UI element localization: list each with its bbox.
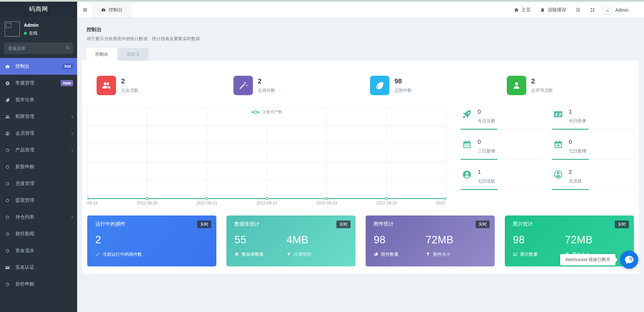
- sidebar-item-permission[interactable]: 权限管理‹: [0, 108, 77, 125]
- sidebar-item-real-name[interactable]: 实名认证: [0, 259, 77, 276]
- card-title: 数据库统计: [234, 221, 347, 227]
- tab-custom[interactable]: 自定义: [118, 48, 149, 61]
- quick-stat-label: 今日登录: [569, 118, 586, 124]
- sidebar-item-general[interactable]: 常规管理new: [0, 75, 77, 91]
- metric-0: 98附件数量: [374, 234, 426, 257]
- stat-label: 总插件数: [258, 87, 275, 93]
- sidebar-item-label: 新股申购: [15, 164, 73, 170]
- sidebar-item-product[interactable]: 产品管理‹: [0, 142, 77, 159]
- card-title: 附件统计: [374, 221, 487, 227]
- realtime-badge: 实时: [197, 221, 211, 228]
- metric-value: 2: [95, 234, 208, 246]
- circle-o-icon: [5, 148, 13, 153]
- avatar[interactable]: [5, 21, 20, 37]
- menu-badge: new: [61, 80, 73, 86]
- tab-dashboard[interactable]: 控制台: [87, 48, 117, 61]
- quick-stat-underline: [552, 189, 634, 190]
- search-icon[interactable]: [65, 45, 70, 50]
- navbar-avatar[interactable]: [603, 5, 612, 14]
- leaf-icon: [370, 76, 389, 95]
- chevron-left-icon: ‹: [71, 147, 73, 153]
- sidebar-item-dashboard[interactable]: 控制台hot: [0, 58, 77, 75]
- quick-stat-top: 2月活跃: [552, 169, 634, 184]
- stat-text: 98总附件数: [394, 77, 412, 93]
- stat-total-admins: 2总管理员数: [497, 76, 634, 95]
- chart-plot: 注册用户数: [87, 107, 446, 199]
- quick-stat-label: 七日新增: [569, 148, 586, 154]
- quick-stat-today-login: 1今日登录: [552, 109, 634, 130]
- stat-label: 总会员数: [121, 87, 139, 93]
- quick-stat-label: 今日注册: [478, 118, 495, 124]
- navbar-right: 主页清除缓存Admin: [509, 2, 644, 18]
- user-icon: [507, 76, 526, 95]
- chart-legend[interactable]: 注册用户数: [250, 109, 284, 115]
- line-marker-icon: [251, 112, 260, 113]
- sidebar-item-finance-news[interactable]: 财经新闻: [0, 226, 77, 242]
- calendar-plus-icon: [552, 139, 565, 154]
- stat-text: 2总插件数: [258, 77, 275, 93]
- sidebar-item-ipo[interactable]: 新股申购: [0, 159, 77, 175]
- metric-label: 当前运行中的插件数: [95, 251, 208, 257]
- user-circle-outline-icon: [552, 169, 565, 184]
- navbar-user-name[interactable]: Admin: [612, 7, 633, 13]
- metric-0: 55数据表数量: [234, 234, 286, 257]
- realtime-badge: 实时: [336, 221, 351, 228]
- sidebar-item-member[interactable]: 会员管理‹: [0, 125, 77, 142]
- metric-label: 占用空间: [286, 251, 338, 257]
- metric-label-text: 图片数量: [520, 251, 538, 257]
- sidebar-user-name: Admin: [24, 22, 39, 28]
- sidebar-item-label: 提现管理: [15, 197, 73, 203]
- sidebar-item-label: 充值管理: [15, 181, 73, 187]
- sidebar-item-label: 控制台: [15, 63, 62, 69]
- metric-value: 72MB: [565, 234, 617, 246]
- quick-stats-grid: 0今日注册1今日登录0三日新增0七日新增1七日活跃2月活跃: [461, 107, 634, 207]
- sidebar-item-label: 产品管理: [15, 147, 71, 153]
- online-dot-icon: [24, 32, 27, 35]
- nav-language[interactable]: [571, 2, 585, 18]
- sidebar-item-recharge[interactable]: 充值管理: [0, 175, 77, 192]
- metric-label: 图片数量: [513, 251, 565, 257]
- nav-fullscreen[interactable]: [585, 2, 600, 18]
- stat-value: 98: [394, 77, 412, 85]
- quick-stat-top: 0七日新增: [552, 139, 634, 154]
- rocket-icon: [461, 109, 473, 124]
- chat-button[interactable]: [620, 251, 638, 269]
- register-users-chart: 注册用户数 2022-09-192022-09-202022-09-212022…: [87, 107, 446, 207]
- sidebar: 码商网 Admin 在线 控制台hot常规管理new股市分类权限管理‹会员管理‹…: [0, 2, 77, 312]
- nav-tab-dashboard[interactable]: 控制台: [93, 2, 131, 18]
- card-database-stats: 数据库统计实时55数据表数量4MB占用空间: [226, 215, 356, 266]
- copy-icon: [374, 252, 378, 257]
- legend-label: 注册用户数: [262, 109, 282, 115]
- nav-home[interactable]: 主页: [509, 2, 535, 18]
- x-axis-label: 2022-09-19: [87, 201, 98, 205]
- card-title: 运行中的插件: [95, 221, 208, 227]
- quick-stat-top: 0今日注册: [461, 109, 543, 124]
- quick-stat-value: 0: [478, 139, 495, 145]
- sidebar-item-stock-category[interactable]: 股市分类: [0, 91, 77, 108]
- id-card-icon: [552, 109, 565, 124]
- card-running-plugins: 运行中的插件实时2当前运行中的插件数: [87, 215, 216, 266]
- metric-label-text: 占用空间: [294, 251, 311, 257]
- sidebar-item-withdraw[interactable]: 提现管理: [0, 192, 77, 209]
- chevron-left-icon: ‹: [71, 114, 73, 119]
- quick-stat-month-active: 2月活跃: [552, 169, 634, 190]
- gauge-icon: [5, 64, 13, 69]
- quick-stat-value: 1: [569, 109, 586, 115]
- search-input[interactable]: [4, 43, 73, 54]
- wand-icon: [95, 252, 100, 257]
- sidebar-item-label: 权限管理: [15, 114, 71, 120]
- quick-stat-underline: [552, 129, 634, 130]
- sidebar-item-position[interactable]: 持仓列表‹: [0, 209, 77, 226]
- quick-stat-text: 1七日活跃: [478, 169, 495, 184]
- content-area: 控制台 用于展示当前系统中的统计数据、统计报表及重要实时数据 控制台自定义 2总…: [77, 18, 644, 312]
- websocket-tooltip: WebSocket 链接已断开: [560, 254, 615, 265]
- hamburger-menu-icon[interactable]: [77, 2, 93, 18]
- sidebar-item-discount-ipo[interactable]: 折价申购: [0, 276, 77, 293]
- chevron-left-icon: ‹: [71, 214, 73, 220]
- quick-stat-underline: [461, 189, 543, 190]
- metric-value: 98: [374, 234, 426, 246]
- quick-stat-underline: [461, 159, 543, 160]
- sidebar-item-fund-flow[interactable]: 资金流水: [0, 242, 77, 259]
- nav-clear-cache[interactable]: 清除缓存: [535, 2, 571, 18]
- quick-stat-today-register: 0今日注册: [461, 109, 543, 130]
